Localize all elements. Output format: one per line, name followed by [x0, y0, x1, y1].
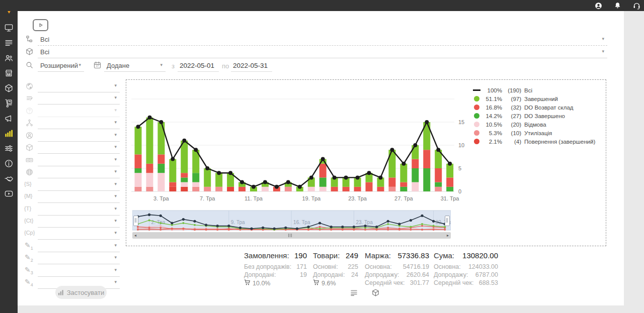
sidebar-item-marketing[interactable] [0, 111, 18, 126]
product-filter-select[interactable] [38, 142, 120, 154]
date-from-value: 2022-05-01 [180, 62, 214, 69]
cube-sm-icon [371, 290, 380, 298]
status-filter-select[interactable] [38, 93, 120, 105]
navigator-left-handle[interactable] [133, 216, 138, 226]
chevron-down-icon[interactable] [114, 169, 117, 174]
unknown-filter-select[interactable] [38, 106, 120, 117]
chevron-down-icon[interactable] [114, 132, 117, 137]
chevron-down-icon[interactable] [114, 193, 117, 198]
chevron-down-icon[interactable] [114, 243, 117, 248]
sidebar-item-video[interactable] [0, 186, 18, 201]
legend-item[interactable]: 100% (190) Всі [472, 86, 595, 94]
chart-navigator[interactable]: 2. Тра9. Тра16. Тра23. Тра30. Тра [132, 210, 451, 232]
sidebar-item-products[interactable] [0, 80, 18, 95]
chevron-down-icon[interactable] [114, 230, 117, 235]
sidebar-item-analytics[interactable] [0, 126, 18, 141]
sidebar-item-partners[interactable] [0, 171, 18, 186]
site-filter-select[interactable] [38, 167, 120, 178]
legend-item[interactable]: 51.1% (97) Завершений [472, 94, 595, 103]
user-icon[interactable] [594, 2, 603, 10]
products-view-toggle[interactable] [371, 288, 380, 297]
payment-filter-select[interactable] [38, 155, 120, 166]
sidebar-item-store[interactable] [0, 65, 18, 80]
utm-source-filter-select[interactable] [38, 179, 120, 191]
topbar [0, 0, 644, 11]
chevron-down-icon[interactable] [114, 120, 117, 125]
notifications-icon[interactable] [613, 2, 622, 10]
scrollbar-grip[interactable] [288, 234, 294, 237]
search-mode-select[interactable]: Розширений [38, 60, 84, 72]
chevron-down-icon[interactable] [602, 49, 604, 54]
chevron-down-icon[interactable] [114, 279, 117, 284]
view-toggles [350, 288, 380, 297]
chevron-down-icon[interactable] [602, 36, 604, 41]
sidebar-item-customers[interactable] [0, 50, 18, 65]
sidebar-item-supply[interactable] [0, 95, 18, 111]
date-to-input[interactable]: 2022-05-31 [231, 60, 272, 72]
legend-item[interactable]: 5.3% (10) Утилізація [472, 129, 595, 137]
sidebar-item-dashboard[interactable] [0, 20, 18, 35]
chevron-down-icon[interactable] [114, 255, 117, 260]
date-field-value: Додане [107, 62, 129, 69]
custom-filter-2-select[interactable] [38, 253, 120, 264]
stat-margin: Маржа:57336.83Основна:54716.19Допродажу:… [365, 251, 429, 287]
orders-view-toggle[interactable] [350, 288, 358, 297]
product-select[interactable]: Всі [38, 47, 607, 58]
sidebar-item-info[interactable] [0, 156, 18, 171]
chevron-down-icon[interactable] [114, 218, 117, 223]
legend-item[interactable]: 14.2% (27) DO Завершено [472, 112, 595, 120]
stat-subrow: Середній чек:688.53 [434, 279, 498, 287]
svg-text:17: 17 [96, 65, 99, 67]
custom-filter-3-select[interactable] [38, 265, 120, 277]
utm-term-filter-select[interactable] [38, 204, 120, 216]
support-icon[interactable] [632, 2, 641, 10]
chevron-down-icon[interactable] [160, 62, 163, 67]
utm-content-filter-select[interactable] [38, 216, 120, 228]
chevron-down-icon[interactable] [114, 83, 117, 88]
chevron-down-icon[interactable] [114, 157, 117, 162]
video-help-button[interactable] [33, 19, 48, 31]
people-icon [4, 53, 14, 63]
chevron-down-icon[interactable] [114, 108, 117, 113]
legend-label: Завершений [524, 96, 558, 102]
list-icon [4, 38, 14, 48]
custom-filter-1-select[interactable] [38, 241, 120, 252]
scroll-right-icon[interactable]: ▸ [445, 232, 451, 239]
stat-subrow: Допродані:24 [313, 271, 358, 279]
status-filter-row [18, 93, 138, 105]
legend-dot-swatch [474, 96, 479, 101]
product-value: Всі [40, 48, 49, 56]
apply-button[interactable]: Застосувати [55, 286, 107, 299]
cube-icon [4, 83, 14, 93]
legend-item[interactable]: 2.1% (4) Повернення (завершений) [472, 137, 595, 146]
legend-dot-swatch [474, 130, 479, 136]
chevron-down-icon[interactable] [114, 267, 117, 272]
stat-subrow: Середній чек:301.77 [365, 279, 429, 287]
date-from-input[interactable]: 2022-05-01 [178, 60, 219, 72]
megaphone-icon [4, 114, 14, 123]
chevron-down-icon[interactable] [114, 95, 117, 100]
date-field-select[interactable]: Додане [104, 60, 166, 72]
sidebar-item-automation[interactable] [0, 141, 18, 156]
chevron-down-icon[interactable] [114, 181, 117, 186]
manager-filter-select[interactable] [38, 130, 120, 142]
chevron-down-icon[interactable] [114, 144, 117, 149]
legend-item[interactable]: 16.8% (32) DO Возврат склад [472, 103, 595, 112]
chevron-down-icon[interactable] [114, 206, 117, 211]
navigator-right-handle[interactable] [445, 216, 450, 226]
legend-line-swatch [473, 89, 480, 91]
product-filter-row: Всі [18, 47, 624, 59]
country-filter-select[interactable] [38, 81, 120, 92]
chevron-down-icon[interactable] [78, 62, 81, 67]
legend-item[interactable]: 10.5% (20) Відмова [472, 120, 595, 129]
utm-campaign-filter-select[interactable] [38, 228, 120, 240]
structure-filter-select[interactable] [38, 118, 120, 129]
search-mode-value: Розширений [40, 62, 78, 69]
sidebar-item-orders[interactable] [0, 35, 18, 50]
navigator-scrollbar[interactable]: ◂ ▸ [132, 232, 451, 239]
utm-medium-filter-select[interactable] [38, 191, 120, 203]
cart-icon [313, 279, 319, 287]
scroll-left-icon[interactable]: ◂ [132, 232, 138, 239]
category-select[interactable]: Всі [38, 34, 607, 46]
legend-dot-swatch [474, 139, 479, 144]
